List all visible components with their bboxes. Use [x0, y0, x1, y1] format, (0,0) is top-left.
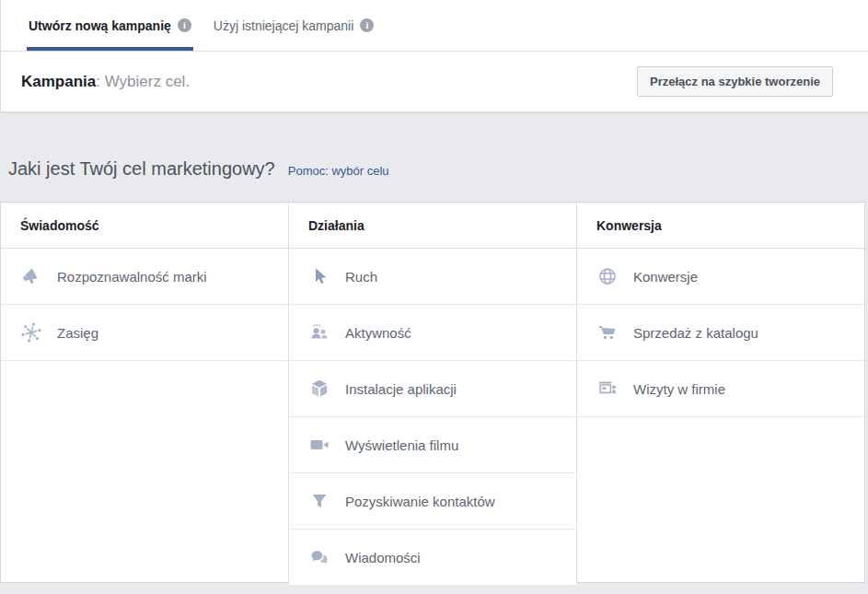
objective-label: Konwersje — [633, 269, 698, 285]
column-conversion: Konwersja Konwersje Sprzedaż z — [577, 203, 864, 582]
objective-label: Instalacje aplikacji — [345, 381, 457, 397]
objective-rozpoznawalnosc-marki[interactable]: Rozpoznawalność marki — [1, 249, 288, 305]
objective-label: Aktywność — [345, 325, 411, 341]
objective-ruch[interactable]: Ruch — [289, 249, 576, 305]
objective-question: Jaki jest Twój cel marketingowy? — [8, 158, 275, 180]
objective-wyswietlenia-filmu[interactable]: Wyświetlenia filmu — [289, 417, 576, 473]
objective-instalacje-aplikacji[interactable]: Instalacje aplikacji — [289, 361, 576, 417]
objective-pozyskiwanie-kontaktow[interactable]: Pozyskiwanie kontaktów — [289, 473, 576, 530]
tab-create-new-campaign-label: Utwórz nową kampanię — [29, 18, 171, 33]
chat-bubbles-icon — [307, 545, 331, 569]
info-icon[interactable] — [178, 18, 191, 32]
column-consideration-header: Działania — [289, 203, 576, 249]
switch-to-quick-creation-button[interactable]: Przełącz na szybkie tworzenie — [637, 66, 833, 97]
objective-question-row: Jaki jest Twój cel marketingowy? Pomoc: … — [0, 112, 868, 180]
objective-label: Zasięg — [57, 325, 98, 341]
objective-label: Ruch — [345, 269, 377, 285]
column-awareness: Świadomość Rozpoznawalność marki — [1, 203, 289, 582]
objective-wizyty-w-firmie[interactable]: Wizyty w firmie — [577, 361, 864, 417]
column-awareness-header: Świadomość — [1, 203, 288, 249]
objective-label: Wizyty w firmie — [633, 381, 725, 397]
cursor-icon — [307, 264, 331, 288]
video-camera-icon — [307, 433, 331, 457]
objective-label: Wiadomości — [345, 550, 421, 565]
column-consideration: Działania Ruch Aktywność — [289, 203, 577, 582]
campaign-title: Kampania: Wybierz cel. — [21, 73, 190, 91]
info-icon[interactable] — [360, 18, 374, 32]
cube-icon — [307, 377, 331, 401]
objective-label: Pozyskiwanie kontaktów — [345, 494, 495, 509]
cart-icon — [596, 320, 619, 344]
objective-help-link[interactable]: Pomoc: wybór celu — [288, 164, 389, 178]
objective-konwersje[interactable]: Konwersje — [577, 249, 864, 305]
column-conversion-header: Konwersja — [577, 203, 864, 249]
objective-sprzedaz-z-katalogu[interactable]: Sprzedaż z katalogu — [577, 305, 864, 361]
tab-use-existing-campaign[interactable]: Użyj istniejącej kampanii — [212, 0, 376, 51]
campaign-title-subtext: : Wybierz cel. — [96, 73, 190, 90]
objective-label: Sprzedaż z katalogu — [633, 325, 758, 341]
campaign-title-label: Kampania — [21, 73, 96, 90]
objective-label: Wyświetlenia filmu — [345, 437, 458, 453]
funnel-icon — [307, 489, 331, 513]
campaign-header: Kampania: Wybierz cel. Przełącz na szybk… — [0, 52, 868, 112]
megaphone-icon — [19, 264, 43, 288]
storefront-icon — [596, 377, 619, 401]
objective-zasieg[interactable]: Zasięg — [1, 305, 288, 361]
objective-label: Rozpoznawalność marki — [57, 269, 207, 285]
tab-use-existing-campaign-label: Użyj istniejącej kampanii — [214, 18, 354, 33]
people-icon — [307, 320, 331, 344]
objective-wiadomosci[interactable]: Wiadomości — [289, 530, 576, 586]
campaign-tab-bar: Utwórz nową kampanię Użyj istniejącej ka… — [0, 0, 868, 52]
objective-aktywnosc[interactable]: Aktywność — [289, 305, 576, 361]
spark-icon — [19, 320, 43, 344]
tab-create-new-campaign[interactable]: Utwórz nową kampanię — [27, 0, 193, 51]
globe-icon — [596, 264, 619, 288]
objectives-table: Świadomość Rozpoznawalność marki — [0, 202, 865, 583]
